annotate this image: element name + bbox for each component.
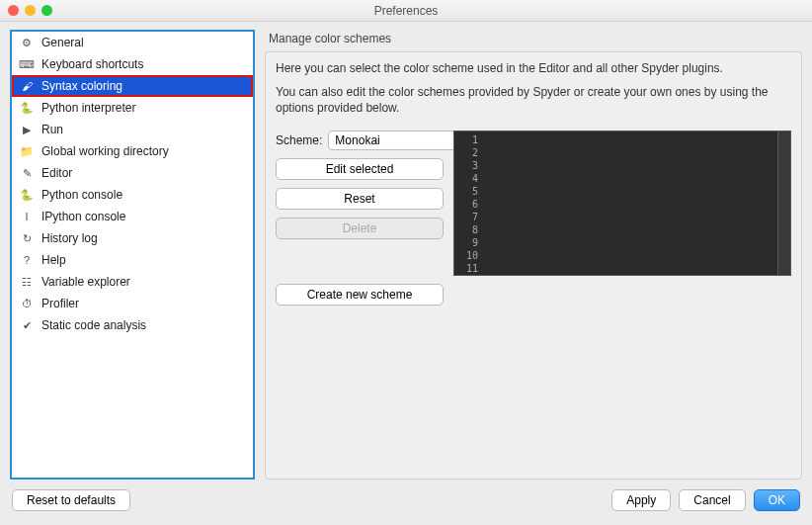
sidebar-item-label: Static code analysis: [41, 318, 146, 332]
reset-defaults-button[interactable]: Reset to defaults: [12, 489, 130, 511]
sidebar-item-label: Variable explorer: [41, 275, 130, 289]
sidebar-item-label: General: [41, 36, 84, 49]
edit-selected-button[interactable]: Edit selected: [276, 158, 444, 180]
sidebar-icon: ⌨: [20, 58, 34, 71]
sidebar-item-variable-explorer[interactable]: ☷Variable explorer: [12, 271, 253, 293]
dialog-footer: Reset to defaults Apply Cancel OK: [0, 483, 812, 525]
sidebar-icon: 🐍: [20, 102, 34, 115]
sidebar-item-label: Run: [41, 123, 63, 136]
ok-button[interactable]: OK: [754, 489, 800, 511]
scheme-label: Scheme:: [276, 133, 322, 147]
intro-text-2: You can also edit the color schemes prov…: [276, 84, 791, 116]
sidebar-icon: I: [20, 211, 34, 222]
titlebar: Preferences: [0, 0, 812, 22]
sidebar-item-history-log[interactable]: ↻History log: [12, 227, 253, 249]
create-new-scheme-button[interactable]: Create new scheme: [276, 284, 444, 306]
sidebar-icon: ↻: [20, 232, 34, 245]
delete-button: Delete: [276, 218, 444, 239]
scheme-preview: 1234567891011: [453, 131, 791, 276]
sidebar-icon: ⚙: [20, 37, 34, 49]
sidebar-item-label: Profiler: [41, 297, 79, 310]
sidebar-item-label: IPython console: [41, 210, 125, 223]
sidebar-item-label: Help: [41, 253, 66, 267]
group-title: Manage color schemes: [265, 30, 802, 51]
main-panel: Manage color schemes Here you can select…: [265, 30, 802, 480]
preview-scrollbar[interactable]: [777, 131, 790, 275]
sidebar-item-label: Syntax coloring: [41, 79, 122, 93]
sidebar-item-keyboard-shortcuts[interactable]: ⌨Keyboard shortcuts: [12, 53, 253, 75]
sidebar-item-run[interactable]: ▶Run: [12, 119, 253, 140]
sidebar-item-help[interactable]: ?Help: [12, 249, 253, 271]
sidebar-icon: 🖌: [20, 80, 34, 92]
sidebar-item-syntax-coloring[interactable]: 🖌Syntax coloring: [12, 75, 253, 97]
sidebar-icon: ✎: [20, 167, 34, 180]
preview-line-numbers: 1234567891011: [454, 131, 482, 275]
sidebar-icon: ?: [20, 254, 34, 266]
window-title: Preferences: [0, 4, 812, 18]
sidebar-item-label: Python interpreter: [41, 101, 135, 115]
sidebar-icon: ✔: [20, 319, 34, 332]
sidebar-item-label: Keyboard shortcuts: [41, 57, 143, 71]
sidebar-icon: ☷: [20, 276, 34, 289]
apply-button[interactable]: Apply: [611, 489, 671, 511]
sidebar-item-python-console[interactable]: 🐍Python console: [12, 184, 253, 206]
cancel-button[interactable]: Cancel: [679, 489, 745, 511]
sidebar-item-label: History log: [41, 231, 98, 245]
sidebar-item-label: Python console: [41, 188, 122, 202]
sidebar-item-label: Editor: [41, 166, 72, 180]
preferences-sidebar: ⚙General⌨Keyboard shortcuts🖌Syntax color…: [10, 30, 255, 480]
group-box: Here you can select the color scheme use…: [265, 51, 802, 480]
sidebar-item-editor[interactable]: ✎Editor: [12, 162, 253, 184]
intro-text-1: Here you can select the color scheme use…: [276, 60, 791, 76]
sidebar-item-static-code-analysis[interactable]: ✔Static code analysis: [12, 314, 253, 336]
sidebar-icon: ▶: [20, 124, 34, 136]
sidebar-icon: 🐍: [20, 189, 34, 202]
sidebar-item-ipython-console[interactable]: IIPython console: [12, 206, 253, 227]
sidebar-item-general[interactable]: ⚙General: [12, 32, 253, 53]
sidebar-item-profiler[interactable]: ⏱Profiler: [12, 293, 253, 314]
sidebar-icon: 📁: [20, 145, 34, 158]
sidebar-item-python-interpreter[interactable]: 🐍Python interpreter: [12, 97, 253, 119]
sidebar-item-label: Global working directory: [41, 144, 169, 158]
sidebar-item-global-working-directory[interactable]: 📁Global working directory: [12, 140, 253, 162]
sidebar-icon: ⏱: [20, 298, 34, 309]
reset-button[interactable]: Reset: [276, 188, 444, 210]
